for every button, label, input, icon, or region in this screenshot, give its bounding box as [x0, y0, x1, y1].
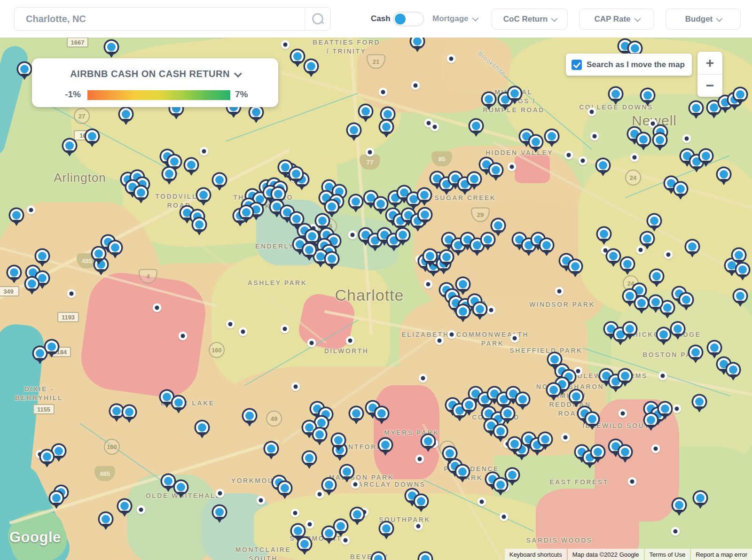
- property-pin-marker[interactable]: [63, 140, 76, 152]
- property-pin-marker[interactable]: [161, 391, 173, 403]
- property-pin-marker[interactable]: [213, 174, 226, 186]
- property-pin-marker[interactable]: [509, 438, 521, 450]
- property-pin-marker[interactable]: [490, 164, 502, 176]
- property-pin-marker[interactable]: [8, 266, 20, 279]
- property-pin-marker[interactable]: [727, 364, 739, 376]
- property-pin-marker[interactable]: [494, 479, 507, 491]
- property-pin-marker[interactable]: [50, 492, 63, 504]
- property-pin-marker[interactable]: [185, 159, 197, 171]
- property-pin-marker[interactable]: [36, 250, 48, 262]
- property-pin-marker[interactable]: [598, 228, 610, 240]
- property-dot-marker[interactable]: [574, 367, 583, 376]
- property-pin-marker[interactable]: [440, 251, 453, 263]
- property-pin-marker[interactable]: [313, 428, 326, 441]
- property-pin-marker[interactable]: [610, 88, 622, 100]
- property-dot-marker[interactable]: [447, 54, 456, 63]
- property-pin-marker[interactable]: [463, 399, 475, 411]
- property-pin-marker[interactable]: [326, 201, 338, 213]
- property-dot-marker[interactable]: [447, 330, 456, 339]
- property-dot-marker[interactable]: [508, 163, 517, 171]
- property-dot-marker[interactable]: [379, 88, 388, 97]
- terms-of-use-link[interactable]: Terms of Use: [645, 549, 690, 560]
- property-pin-marker[interactable]: [118, 500, 131, 512]
- property-pin-marker[interactable]: [548, 384, 560, 396]
- property-dot-marker[interactable]: [561, 433, 570, 442]
- property-pin-marker[interactable]: [290, 168, 302, 180]
- coc-return-filter-button[interactable]: CoC Return: [492, 8, 568, 30]
- property-pin-marker[interactable]: [93, 248, 105, 260]
- property-pin-marker[interactable]: [468, 173, 480, 185]
- property-pin-marker[interactable]: [686, 241, 698, 253]
- property-pin-marker[interactable]: [570, 390, 582, 403]
- property-pin-marker[interactable]: [326, 253, 338, 265]
- property-pin-marker[interactable]: [637, 133, 650, 146]
- property-dot-marker[interactable]: [414, 522, 423, 531]
- property-pin-marker[interactable]: [690, 102, 702, 114]
- property-pin-marker[interactable]: [348, 124, 360, 136]
- search-as-move-control[interactable]: Search as I move the map: [566, 54, 692, 76]
- property-pin-marker[interactable]: [350, 407, 362, 420]
- property-pin-marker[interactable]: [34, 347, 46, 359]
- property-pin-marker[interactable]: [290, 213, 303, 225]
- property-pin-marker[interactable]: [736, 264, 749, 276]
- property-pin-marker[interactable]: [624, 290, 636, 302]
- property-pin-marker[interactable]: [36, 272, 48, 284]
- property-pin-marker[interactable]: [397, 229, 409, 241]
- property-pin-marker[interactable]: [168, 156, 180, 168]
- property-pin-marker[interactable]: [474, 303, 486, 315]
- property-pin-marker[interactable]: [240, 206, 252, 218]
- property-pin-marker[interactable]: [213, 506, 226, 518]
- property-pin-marker[interactable]: [380, 522, 392, 535]
- property-pin-marker[interactable]: [243, 410, 256, 422]
- property-pin-marker[interactable]: [305, 60, 317, 72]
- property-dot-marker[interactable]: [226, 320, 235, 329]
- property-dot-marker[interactable]: [348, 231, 357, 240]
- property-dot-marker[interactable]: [564, 151, 573, 160]
- property-pin-marker[interactable]: [659, 403, 671, 415]
- property-pin-marker[interactable]: [350, 195, 362, 208]
- property-dot-marker[interactable]: [366, 148, 375, 157]
- property-pin-marker[interactable]: [109, 241, 121, 254]
- property-pin-marker[interactable]: [341, 466, 353, 478]
- property-pin-marker[interactable]: [135, 187, 147, 199]
- property-pin-marker[interactable]: [734, 88, 746, 101]
- property-dot-marker[interactable]: [628, 477, 637, 486]
- property-pin-marker[interactable]: [10, 209, 23, 221]
- property-pin-marker[interactable]: [546, 130, 558, 142]
- property-pin-marker[interactable]: [279, 161, 291, 173]
- property-pin-marker[interactable]: [530, 136, 542, 148]
- cash-mortgage-toggle[interactable]: [393, 12, 424, 26]
- property-pin-marker[interactable]: [694, 492, 706, 504]
- property-pin-marker[interactable]: [18, 63, 31, 75]
- property-dot-marker[interactable]: [588, 108, 596, 117]
- property-pin-marker[interactable]: [100, 513, 112, 525]
- property-dot-marker[interactable]: [658, 372, 667, 381]
- property-pin-marker[interactable]: [470, 120, 482, 132]
- property-dot-marker[interactable]: [435, 336, 444, 345]
- property-pin-marker[interactable]: [734, 290, 746, 302]
- property-pin-marker[interactable]: [471, 239, 483, 251]
- property-pin-marker[interactable]: [693, 396, 705, 408]
- property-dot-marker[interactable]: [153, 303, 162, 312]
- property-pin-marker[interactable]: [291, 50, 304, 62]
- property-pin-marker[interactable]: [654, 134, 666, 146]
- property-dot-marker[interactable]: [424, 280, 433, 289]
- property-pin-marker[interactable]: [569, 260, 581, 272]
- property-pin-marker[interactable]: [635, 297, 648, 309]
- property-dot-marker[interactable]: [682, 134, 691, 143]
- property-pin-marker[interactable]: [624, 323, 636, 335]
- property-dot-marker[interactable]: [239, 327, 248, 336]
- property-dot-marker[interactable]: [619, 409, 627, 418]
- property-pin-marker[interactable]: [673, 499, 685, 511]
- property-dot-marker[interactable]: [27, 206, 36, 215]
- property-pin-marker[interactable]: [193, 218, 205, 231]
- property-pin-marker[interactable]: [382, 108, 394, 120]
- property-pin-marker[interactable]: [110, 405, 123, 417]
- property-pin-marker[interactable]: [265, 443, 277, 455]
- property-pin-marker[interactable]: [279, 482, 291, 494]
- property-pin-marker[interactable]: [506, 469, 518, 481]
- property-pin-marker[interactable]: [314, 250, 327, 263]
- property-pin-marker[interactable]: [303, 452, 315, 464]
- property-pin-marker[interactable]: [53, 445, 65, 457]
- property-pin-marker[interactable]: [689, 346, 702, 358]
